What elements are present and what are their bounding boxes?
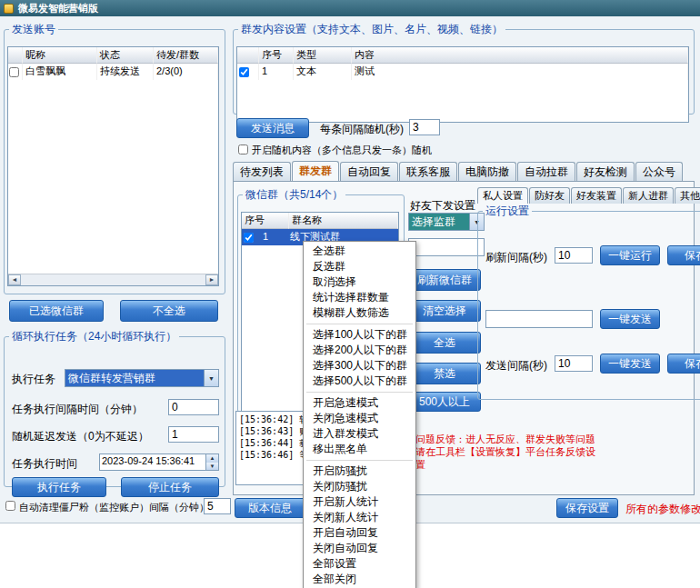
tab-auto-invite[interactable]: 自动拉群: [517, 162, 575, 182]
select-all-button[interactable]: 全选: [408, 332, 481, 354]
stop-task-button[interactable]: 停止任务: [121, 477, 219, 497]
col-content[interactable]: 内容: [352, 47, 688, 64]
account-nick: 白雪飘飘: [23, 64, 97, 80]
account-row[interactable]: 白雪飘飘 持续发送 2/3(0): [8, 64, 218, 80]
scroll-left-arrow-icon[interactable]: ◄: [8, 274, 21, 285]
exec-task-select[interactable]: 微信群转发营销群 ▼: [65, 369, 219, 387]
menu-item[interactable]: 关闭急速模式: [304, 411, 415, 426]
col-count[interactable]: 待发/群数: [154, 47, 218, 64]
run-settings-title: 运行设置: [483, 204, 532, 219]
run-task-button[interactable]: 执行任务: [12, 477, 106, 497]
group-checkbox[interactable]: [244, 233, 254, 243]
col-type[interactable]: 类型: [294, 47, 352, 64]
save-button-2[interactable]: 保存: [667, 354, 700, 374]
refresh-interval-input[interactable]: [555, 247, 593, 264]
menu-item[interactable]: 开启自动回复: [304, 525, 415, 541]
app-icon: [4, 4, 14, 14]
send-content-input[interactable]: [485, 310, 593, 328]
group-keyword-input[interactable]: [408, 238, 485, 256]
menu-item[interactable]: 开启急速模式: [304, 395, 415, 411]
chevron-down-icon[interactable]: ▼: [204, 370, 218, 386]
subtab-private[interactable]: 私人设置: [477, 187, 528, 204]
tab-official-account[interactable]: 公众号: [635, 162, 683, 182]
task-time-value: 2023-09-24 15:36:41: [100, 454, 205, 470]
version-info-button[interactable]: 版本信息: [235, 498, 305, 518]
menu-item[interactable]: 统计选择群数量: [304, 290, 415, 305]
task-delay-label: 随机延迟发送（0为不延迟）: [12, 429, 149, 444]
group-filter-select[interactable]: 选择监群 ▼: [408, 213, 485, 231]
one-key-run-button[interactable]: 一键运行: [600, 245, 660, 265]
group-checkbox-cell: [242, 229, 260, 245]
subtab-new-member[interactable]: 新人进群: [623, 187, 674, 204]
loop-task-group-title: 循环执行任务（24小时循环执行）: [9, 329, 179, 344]
menu-item[interactable]: 全部设置: [304, 556, 415, 572]
accounts-table: 昵称 状态 待发/群数 白雪飘飘 持续发送 2/3(0) ◄ ►: [7, 46, 219, 286]
col-nick[interactable]: 昵称: [23, 47, 97, 64]
task-time-picker[interactable]: 2023-09-24 15:36:41 ▲▼: [99, 453, 219, 471]
one-key-send-button-2[interactable]: 一键发送: [600, 354, 660, 374]
task-interval-input[interactable]: [168, 399, 219, 415]
content-row[interactable]: 1 文本 测试: [237, 64, 688, 80]
menu-item[interactable]: 选择300人以下的群: [304, 358, 415, 374]
auto-clean-interval-input[interactable]: [204, 498, 231, 514]
clear-selection-button[interactable]: 清空选择: [408, 300, 481, 322]
col-group-index[interactable]: 序号: [242, 213, 289, 229]
auto-clean-checkbox[interactable]: [5, 501, 15, 511]
menu-item[interactable]: 关闭自动回复: [304, 541, 415, 556]
menu-item[interactable]: 选择500人以下的群: [304, 374, 415, 389]
tab-friend-check[interactable]: 好友检测: [576, 162, 635, 182]
task-delay-input[interactable]: [168, 426, 219, 443]
one-key-send-button-1[interactable]: 一键发送: [600, 309, 660, 329]
content-checkbox[interactable]: [239, 67, 249, 77]
col-content-check: [237, 47, 259, 64]
select-none-button[interactable]: 不全选: [120, 300, 218, 322]
menu-item[interactable]: 选择100人以下的群: [304, 327, 415, 343]
spinner-updown-icon[interactable]: ▲▼: [205, 454, 218, 470]
send-gap-input[interactable]: [555, 355, 593, 372]
menu-item[interactable]: 选择200人以下的群: [304, 343, 415, 358]
accounts-hscrollbar[interactable]: ◄ ►: [8, 274, 218, 285]
menu-item[interactable]: 关闭防骚扰: [304, 479, 415, 494]
feedback-notice: 问题反馈：进人无反应、群发失败等问题请在工具栏【设置恢复】平台任务反馈设置: [415, 433, 597, 471]
col-status[interactable]: 状态: [97, 47, 154, 64]
col-account-check: [8, 47, 23, 64]
menu-item[interactable]: 反选群: [304, 259, 415, 274]
menu-item[interactable]: 开启防骚扰: [304, 463, 415, 479]
group-index: 1: [260, 229, 287, 245]
menu-item[interactable]: 进入群发模式: [304, 426, 415, 442]
subtab-other[interactable]: 其他: [675, 187, 700, 204]
refresh-groups-button[interactable]: 刷新微信群: [408, 269, 481, 291]
menu-separator: [306, 460, 413, 461]
content-text: 测试: [352, 64, 688, 80]
menu-item[interactable]: 关闭新人统计: [304, 510, 415, 525]
tab-group-send[interactable]: 群发群: [292, 161, 339, 182]
subtab-anti-friend[interactable]: 防好友: [529, 187, 570, 204]
save-settings-button[interactable]: 保存设置: [556, 498, 618, 518]
menu-item[interactable]: 开启新人统计: [304, 494, 415, 510]
menu-item[interactable]: 模糊群人数筛选: [304, 305, 415, 321]
tab-pending-list[interactable]: 待发列表: [233, 162, 291, 182]
refresh-interval-label: 刷新间隔(秒): [485, 250, 547, 265]
send-message-button[interactable]: 发送消息: [236, 118, 309, 138]
selected-groups-button[interactable]: 已选微信群: [9, 300, 104, 322]
menu-item[interactable]: 移出黑名单: [304, 442, 415, 457]
tab-anti-recall[interactable]: 电脑防撤: [458, 162, 516, 182]
subtab-friend-device[interactable]: 好友装置: [571, 187, 622, 204]
scroll-right-arrow-icon[interactable]: ►: [205, 274, 218, 285]
menu-item[interactable]: 全部关闭: [304, 572, 415, 587]
save-button-1[interactable]: 保存: [667, 245, 700, 265]
tab-contact-service[interactable]: 联系客服: [399, 162, 457, 182]
over-500-button[interactable]: 500人以上: [408, 392, 481, 412]
loop-task-group: 循环执行任务（24小时循环执行） 执行任务 微信群转发营销群 ▼ 任务执行间隔时…: [4, 329, 225, 487]
forbid-select-button[interactable]: 禁选: [408, 363, 481, 384]
menu-item[interactable]: 取消选择: [304, 274, 415, 290]
title-bar[interactable]: 微易发智能营销版: [0, 0, 700, 16]
random-content-checkbox[interactable]: [238, 145, 248, 154]
send-interval-input[interactable]: [409, 119, 440, 135]
accounts-group: 发送账号 昵称 状态 待发/群数 白雪飘飘 持续发送 2/3(0) ◄ ►: [4, 22, 225, 294]
menu-item[interactable]: 全选群: [304, 244, 415, 259]
account-checkbox[interactable]: [9, 67, 19, 77]
col-index[interactable]: 序号: [259, 47, 294, 64]
col-group-name[interactable]: 群名称: [289, 213, 398, 229]
tab-auto-reply[interactable]: 自动回复: [340, 162, 398, 182]
